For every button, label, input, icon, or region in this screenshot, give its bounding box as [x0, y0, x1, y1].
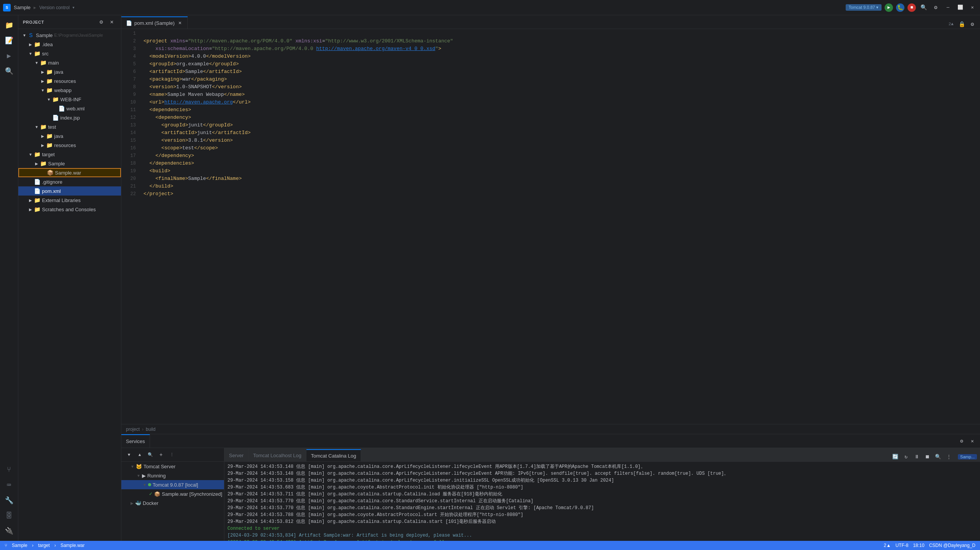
- tree-item-webapp[interactable]: ▼ 📁 webapp: [18, 86, 121, 95]
- scroll-lock-icon[interactable]: 🔒: [957, 19, 966, 29]
- tree-item-webinf[interactable]: ▼ 📁 WEB-INF: [18, 95, 121, 104]
- status-target[interactable]: target: [38, 543, 50, 548]
- status-bar: ⑂ Sample › target › Sample.war 2▲ UTF-8 …: [0, 541, 980, 550]
- tree-item-samplewar[interactable]: ▶ 📦 Sample.war: [18, 168, 121, 177]
- activity-git-icon[interactable]: ⑂: [2, 463, 16, 477]
- status-encoding[interactable]: UTF-8: [895, 543, 908, 548]
- search-button[interactable]: 🔍: [919, 3, 928, 12]
- log-tab-catalina[interactable]: Tomcat Catalina Log: [306, 449, 361, 461]
- activity-database-icon[interactable]: 🗄: [2, 509, 16, 522]
- activity-run-icon[interactable]: ▶: [2, 49, 16, 63]
- tree-item-idea[interactable]: ▶ 📁 .idea: [18, 40, 121, 49]
- sidebar-action-close[interactable]: ✕: [107, 18, 116, 27]
- tree-item-java1[interactable]: ▶ 📁 java: [18, 67, 121, 76]
- tree-item-external-libs[interactable]: ▶ 📁 External Libraries: [18, 196, 121, 205]
- log-reload-icon[interactable]: ↻: [901, 452, 911, 461]
- tree-item-target[interactable]: ▼ 📁 target: [18, 150, 121, 159]
- log-line-9: Connected to server: [227, 525, 977, 532]
- activity-terminal-icon[interactable]: ⌨: [2, 478, 16, 492]
- panel-close-icon[interactable]: ✕: [968, 437, 977, 446]
- tree-item-webxml[interactable]: ▶ 📄 web.xml: [18, 104, 121, 113]
- tree-item-test[interactable]: ▼ 📁 test: [18, 122, 121, 131]
- services-item-running[interactable]: ▼ ▶ Running: [121, 471, 224, 480]
- log-tab-localhost[interactable]: Tomcat Localhost Log: [248, 449, 306, 461]
- panel-settings-icon[interactable]: ⚙: [957, 437, 966, 446]
- services-more-icon[interactable]: ⋮: [167, 450, 176, 459]
- services-item-war[interactable]: ✓ 📦 Sample.war [Synchronized]: [121, 489, 224, 498]
- tree-item-scratches[interactable]: ▶ 📁 Scratches and Consoles: [18, 205, 121, 214]
- diff-icon[interactable]: 2▲: [946, 19, 956, 29]
- status-project[interactable]: Sample: [12, 543, 27, 548]
- tree-idea-icon: 📁: [34, 41, 40, 47]
- log-stop-icon[interactable]: ⏹: [923, 452, 932, 461]
- tree-item-sample-folder[interactable]: ▶ 📁 Sample: [18, 159, 121, 168]
- log-more-icon[interactable]: ⋮: [944, 452, 953, 461]
- tree-item-resources1[interactable]: ▶ 📁 resources: [18, 76, 121, 86]
- run-button[interactable]: ▶: [885, 3, 893, 12]
- panel-tab-services[interactable]: Services: [121, 434, 150, 448]
- close-button[interactable]: ✕: [968, 3, 977, 12]
- activity-search-icon[interactable]: 🔍: [2, 64, 16, 78]
- bottom-panel: Services ⚙ ✕ ▼ ▲ 🔍 + ⋮: [121, 434, 980, 541]
- tree-item-main[interactable]: ▼ 📁 main: [18, 58, 121, 67]
- tree-root-arrow: ▼: [21, 33, 27, 37]
- tree-extlibs-label: External Libraries: [42, 197, 81, 203]
- services-add-icon[interactable]: +: [156, 450, 166, 459]
- editor-tabs: 📄 pom.xml (Sample) ✕ 2▲ 🔒 ⚙: [121, 15, 980, 29]
- minimize-button[interactable]: —: [943, 3, 953, 12]
- tree-webinf-label: WEB-INF: [60, 97, 81, 102]
- tree-test-icon: 📁: [40, 124, 47, 130]
- services-item-tomcat[interactable]: ▼ 🐱 Tomcat Server: [121, 462, 224, 471]
- tree-item-indexjsp[interactable]: ▶ 📄 index.jsp: [18, 113, 121, 122]
- log-restart-icon[interactable]: 🔄: [891, 452, 900, 461]
- tree-pomxml-icon: 📄: [34, 188, 40, 194]
- editor-tab-pomxml[interactable]: 📄 pom.xml (Sample) ✕: [121, 16, 188, 29]
- activity-commit-icon[interactable]: 📝: [2, 34, 16, 47]
- code-content[interactable]: <project xmlns="http://maven.apache.org/…: [140, 29, 980, 424]
- project-name[interactable]: Sample: [14, 5, 31, 10]
- tree-item-gitignore[interactable]: ▶ 📄 .gitignore: [18, 177, 121, 186]
- settings-button[interactable]: ⚙: [931, 3, 940, 12]
- services-collapse-icon[interactable]: ▼: [124, 450, 134, 459]
- tab-close-button[interactable]: ✕: [177, 20, 183, 26]
- sidebar-header: PROJECT ⚙ ✕: [18, 15, 121, 29]
- tomcat-instance-arrow: ▼: [143, 483, 147, 487]
- log-search-icon[interactable]: 🔍: [933, 452, 943, 461]
- tree-item-pomxml[interactable]: ▶ 📄 pom.xml: [18, 186, 121, 196]
- log-content[interactable]: 29-Mar-2024 14:43:53.148 信息 [main] org.a…: [224, 462, 980, 541]
- debug-button[interactable]: 🐛: [896, 3, 904, 12]
- activity-plugins-icon[interactable]: 🔌: [2, 524, 16, 538]
- log-tab-server-label: Server: [229, 453, 243, 458]
- tree-resources2-arrow: ▶: [40, 143, 46, 147]
- maximize-button[interactable]: ⬜: [956, 3, 965, 12]
- services-item-tomcat-instance[interactable]: ▼ Tomcat 9.0.87 [local]: [121, 480, 224, 489]
- activity-services-icon[interactable]: 🔧: [2, 493, 16, 507]
- tree-webapp-arrow: ▼: [40, 88, 46, 92]
- log-line-5: 29-Mar-2024 14:43:53.770 信息 [main] org.a…: [227, 498, 977, 505]
- tree-item-src[interactable]: ▼ 📁 src: [18, 49, 121, 58]
- tree-root[interactable]: ▼ S Sample E:\Programs\Java\Sample: [18, 31, 121, 40]
- tomcat-badge[interactable]: Tomcat 9.0.87 ▾: [846, 4, 882, 11]
- status-line-info[interactable]: 2▲: [884, 543, 891, 548]
- services-expand-icon[interactable]: ▲: [135, 450, 144, 459]
- running-icon: ▶: [142, 473, 146, 479]
- services-item-docker[interactable]: ▶ 🐳 Docker: [121, 498, 224, 508]
- sidebar-tree[interactable]: ▼ S Sample E:\Programs\Java\Sample ▶ 📁 .…: [18, 29, 121, 541]
- breadcrumb-project[interactable]: project: [126, 427, 140, 432]
- log-pause-icon[interactable]: ⏸: [912, 452, 921, 461]
- log-line-8: 29-Mar-2024 14:43:53.812 信息 [main] org.a…: [227, 518, 977, 525]
- editor-settings-icon[interactable]: ⚙: [968, 19, 977, 29]
- version-control[interactable]: Version control: [39, 5, 69, 10]
- activity-project-icon[interactable]: 📁: [2, 18, 16, 32]
- sidebar-action-settings[interactable]: ⚙: [97, 18, 106, 27]
- tomcat-server-label: Tomcat Server: [143, 464, 176, 469]
- log-tab-server[interactable]: Server: [224, 449, 248, 461]
- status-artifact[interactable]: Sample.war: [60, 543, 84, 548]
- tree-item-java2[interactable]: ▶ 📁 java: [18, 131, 121, 141]
- tree-gitignore-icon: 📄: [34, 179, 40, 185]
- services-filter-icon[interactable]: 🔍: [146, 450, 155, 459]
- running-label: Running: [147, 473, 166, 479]
- stop-button[interactable]: ■: [907, 3, 916, 12]
- breadcrumb-build[interactable]: build: [146, 427, 155, 432]
- tree-item-resources2[interactable]: ▶ 📁 resources: [18, 141, 121, 150]
